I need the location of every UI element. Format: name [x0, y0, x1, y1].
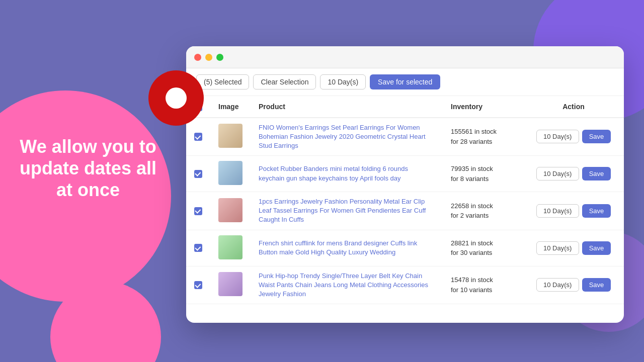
action-group-4: Save [531, 278, 616, 292]
traffic-lights [194, 54, 223, 61]
action-group-0: Save [531, 130, 616, 143]
row-checkbox-1[interactable] [194, 170, 202, 178]
left-promo-text: We allow you to update dates all at once [15, 136, 161, 201]
row-checkbox-cell [186, 156, 210, 192]
product-image-2 [218, 198, 243, 222]
days-input-4[interactable] [536, 278, 579, 292]
inventory-variants-3: for 30 variants [451, 248, 515, 258]
product-link-1[interactable]: Pocket Rubber Banders mini metal folding… [259, 164, 435, 183]
row-product-cell: Pocket Rubber Banders mini metal folding… [251, 156, 443, 192]
row-image-cell [210, 192, 251, 230]
days-input-2[interactable] [536, 204, 579, 218]
product-link-3[interactable]: French shirt cufflink for mens Brand des… [259, 239, 435, 257]
row-product-cell: FNIO Women's Earrings Set Pearl Earrings… [251, 118, 443, 156]
days-input-0[interactable] [536, 130, 579, 143]
product-link-4[interactable]: Punk Hip-hop Trendy Single/Three Layer B… [259, 272, 435, 299]
inventory-stock-2: 22658 in stock [451, 201, 515, 211]
red-donut-inner [166, 87, 187, 109]
row-action-cell: Save [523, 192, 624, 230]
products-table: Image Product Inventory Action FNIO Wome… [186, 96, 624, 304]
row-product-cell: 1pcs Earrings Jewelry Fashion Personalit… [251, 192, 443, 230]
row-image-cell [210, 230, 251, 266]
inventory-stock-1: 79935 in stock [451, 164, 515, 174]
row-checkbox-cell [186, 192, 210, 230]
row-product-cell: French shirt cufflink for mens Brand des… [251, 230, 443, 266]
save-for-selected-button[interactable]: Save for selected [370, 74, 440, 89]
days-button[interactable]: 10 Day(s) [320, 74, 366, 89]
save-button-1[interactable]: Save [582, 167, 611, 180]
row-image-cell [210, 156, 251, 192]
product-image-0 [218, 124, 243, 148]
table-row: Punk Hip-hop Trendy Single/Three Layer B… [186, 266, 624, 304]
row-checkbox-cell [186, 118, 210, 156]
days-input-3[interactable] [536, 241, 579, 255]
save-button-0[interactable]: Save [582, 130, 611, 143]
table-row: Pocket Rubber Banders mini metal folding… [186, 156, 624, 192]
inventory-variants-1: for 8 variants [451, 174, 515, 184]
row-action-cell: Save [523, 118, 624, 156]
row-checkbox-cell [186, 266, 210, 304]
row-inventory-cell: 155561 in stock for 28 variants [443, 118, 523, 156]
table-row: 1pcs Earrings Jewelry Fashion Personalit… [186, 192, 624, 230]
traffic-light-red[interactable] [194, 54, 201, 61]
action-group-2: Save [531, 204, 616, 218]
inventory-stock-0: 155561 in stock [451, 127, 515, 137]
table-header-row: Image Product Inventory Action [186, 96, 624, 118]
action-group-3: Save [531, 241, 616, 255]
row-checkbox-cell [186, 230, 210, 266]
action-group-1: Save [531, 167, 616, 180]
inventory-variants-4: for 10 variants [451, 285, 515, 295]
clear-selection-button[interactable]: Clear Selection [253, 74, 316, 89]
row-action-cell: Save [523, 230, 624, 266]
inventory-variants-2: for 2 variants [451, 211, 515, 221]
product-link-2[interactable]: 1pcs Earrings Jewelry Fashion Personalit… [259, 197, 435, 225]
row-product-cell: Punk Hip-hop Trendy Single/Three Layer B… [251, 266, 443, 304]
browser-titlebar [186, 46, 624, 68]
selected-button[interactable]: (5) Selected [196, 74, 249, 89]
row-checkbox-3[interactable] [194, 244, 202, 252]
save-button-3[interactable]: Save [582, 241, 611, 255]
row-action-cell: Save [523, 266, 624, 304]
toolbar: (5) Selected Clear Selection 10 Day(s) S… [186, 68, 624, 96]
table-row: French shirt cufflink for mens Brand des… [186, 230, 624, 266]
product-image-3 [218, 235, 243, 259]
row-inventory-cell: 15478 in stock for 10 variants [443, 266, 523, 304]
header-inventory: Inventory [443, 96, 523, 118]
row-inventory-cell: 28821 in stock for 30 variants [443, 230, 523, 266]
row-checkbox-4[interactable] [194, 281, 202, 289]
row-image-cell [210, 266, 251, 304]
row-inventory-cell: 79935 in stock for 8 variants [443, 156, 523, 192]
row-checkbox-0[interactable] [194, 133, 202, 141]
inventory-stock-3: 28821 in stock [451, 238, 515, 248]
products-table-container: Image Product Inventory Action FNIO Wome… [186, 96, 624, 323]
product-image-1 [218, 161, 243, 185]
table-row: FNIO Women's Earrings Set Pearl Earrings… [186, 118, 624, 156]
row-action-cell: Save [523, 156, 624, 192]
traffic-light-green[interactable] [216, 54, 223, 61]
traffic-light-yellow[interactable] [205, 54, 212, 61]
product-link-0[interactable]: FNIO Women's Earrings Set Pearl Earrings… [259, 123, 435, 151]
row-inventory-cell: 22658 in stock for 2 variants [443, 192, 523, 230]
header-product: Product [251, 96, 443, 118]
inventory-stock-4: 15478 in stock [451, 275, 515, 285]
inventory-variants-0: for 28 variants [451, 137, 515, 147]
browser-window: (5) Selected Clear Selection 10 Day(s) S… [186, 46, 624, 323]
product-image-4 [218, 272, 243, 296]
days-input-1[interactable] [536, 167, 579, 180]
header-action: Action [523, 96, 624, 118]
save-button-4[interactable]: Save [582, 278, 611, 292]
row-checkbox-2[interactable] [194, 207, 202, 215]
save-button-2[interactable]: Save [582, 204, 611, 218]
red-donut-decoration [148, 70, 204, 126]
row-image-cell [210, 118, 251, 156]
header-image: Image [210, 96, 251, 118]
